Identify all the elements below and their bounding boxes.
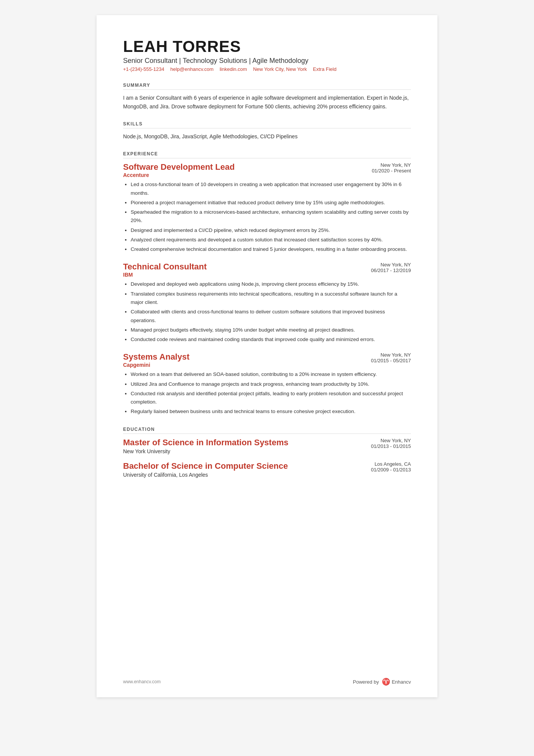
experience-item-3: Systems Analyst Capgemini New York, NY 0… [123,352,411,416]
edu-right-2: Los Angeles, CA 01/2009 - 01/2013 [371,461,411,473]
phone: +1-(234)-555-1234 [123,66,164,72]
resume-page: LEAH TORRES Senior Consultant | Technolo… [97,15,437,697]
exp-header-2: Technical Consultant IBM New York, NY 06… [123,262,411,278]
skills-title: SKILLS [123,121,411,128]
location: New York City, New York [253,66,307,72]
brand-name: Enhancv [392,679,411,685]
education-title: EDUCATION [123,427,411,434]
skills-text: Node.js, MongoDB, Jira, JavaScript, Agil… [123,132,411,141]
exp-title-3: Systems Analyst [123,352,189,362]
candidate-name: LEAH TORRES [123,38,411,55]
enhancv-logo: ♈ Enhancv [382,678,411,686]
experience-item-1: Software Development Lead Accenture New … [123,162,411,254]
bullet-2-2: Translated complex business requirements… [131,290,411,307]
exp-left-2: Technical Consultant IBM [123,262,207,278]
bullet-1-5: Analyzed client requirements and develop… [131,236,411,244]
linkedin[interactable]: linkedin.com [220,66,247,72]
bullet-2-4: Managed project budgets effectively, sta… [131,326,411,334]
exp-right-2: New York, NY 06/2017 - 12/2019 [371,262,411,273]
bullet-2-3: Collaborated with clients and cross-func… [131,308,411,325]
exp-title-1: Software Development Lead [123,162,235,172]
summary-section: SUMMARY I am a Senior Consultant with 6 … [123,83,411,111]
exp-bullets-2: Developed and deployed web applications … [123,280,411,344]
edu-degree-2: Bachelor of Science in Computer Science [123,461,288,471]
extra-field: Extra Field [313,66,336,72]
experience-title: EXPERIENCE [123,151,411,158]
exp-title-2: Technical Consultant [123,262,207,272]
edu-right-1: New York, NY 01/2013 - 01/2015 [371,438,411,449]
edu-location-1: New York, NY [371,438,411,443]
bullet-3-4: Regularly liaised between business units… [131,407,411,416]
exp-location-1: New York, NY [372,162,411,168]
footer-brand: Powered by ♈ Enhancv [353,678,411,686]
bullet-1-3: Spearheaded the migration to a microserv… [131,208,411,225]
edu-school-2: University of California, Los Angeles [123,472,288,478]
edu-left-2: Bachelor of Science in Computer Science … [123,461,288,478]
powered-by-label: Powered by [353,679,379,685]
exp-date-1: 01/2020 - Present [372,168,411,174]
bullet-3-1: Worked on a team that delivered an SOA-b… [131,370,411,379]
edu-school-1: New York University [123,448,288,454]
edu-date-2: 01/2009 - 01/2013 [371,467,411,473]
exp-bullets-1: Led a cross-functional team of 10 develo… [123,180,411,254]
bullet-1-2: Pioneered a project management initiativ… [131,199,411,207]
edu-left-1: Master of Science in Information Systems… [123,438,288,454]
exp-date-3: 01/2015 - 05/2017 [371,358,411,363]
edu-date-1: 01/2013 - 01/2015 [371,443,411,449]
bullet-3-2: Utilized Jira and Confluence to manage p… [131,380,411,388]
footer: www.enhancv.com Powered by ♈ Enhancv [123,678,411,686]
bullet-1-4: Designed and implemented a CI/CD pipelin… [131,226,411,235]
exp-date-2: 06/2017 - 12/2019 [371,268,411,273]
exp-location-3: New York, NY [371,352,411,358]
edu-header-1: Master of Science in Information Systems… [123,438,411,454]
edu-degree-1: Master of Science in Information Systems [123,438,288,448]
education-item-2: Bachelor of Science in Computer Science … [123,461,411,478]
exp-bullets-3: Worked on a team that delivered an SOA-b… [123,370,411,416]
edu-header-2: Bachelor of Science in Computer Science … [123,461,411,478]
bullet-2-5: Conducted code reviews and maintained co… [131,335,411,344]
exp-left-3: Systems Analyst Capgemini [123,352,189,368]
header: LEAH TORRES Senior Consultant | Technolo… [123,38,411,72]
exp-header-3: Systems Analyst Capgemini New York, NY 0… [123,352,411,368]
candidate-title: Senior Consultant | Technology Solutions… [123,57,411,65]
exp-company-3: Capgemini [123,362,189,368]
contact-info: +1-(234)-555-1234 help@enhancv.com linke… [123,66,411,72]
bullet-1-1: Led a cross-functional team of 10 develo… [131,180,411,197]
edu-location-2: Los Angeles, CA [371,461,411,467]
bullet-2-1: Developed and deployed web applications … [131,280,411,288]
exp-right-1: New York, NY 01/2020 - Present [372,162,411,174]
bullet-3-3: Conducted risk analysis and identified p… [131,390,411,407]
exp-right-3: New York, NY 01/2015 - 05/2017 [371,352,411,363]
footer-website: www.enhancv.com [123,679,161,684]
experience-item-2: Technical Consultant IBM New York, NY 06… [123,262,411,344]
bullet-1-6: Created comprehensive technical document… [131,245,411,254]
skills-section: SKILLS Node.js, MongoDB, Jira, JavaScrip… [123,121,411,141]
education-item-1: Master of Science in Information Systems… [123,438,411,454]
summary-title: SUMMARY [123,83,411,90]
exp-location-2: New York, NY [371,262,411,268]
exp-company-2: IBM [123,272,207,278]
exp-company-1: Accenture [123,172,235,178]
exp-left-1: Software Development Lead Accenture [123,162,235,178]
enhancv-icon: ♈ [382,678,390,686]
education-section: EDUCATION Master of Science in Informati… [123,427,411,478]
exp-header-1: Software Development Lead Accenture New … [123,162,411,178]
experience-section: EXPERIENCE Software Development Lead Acc… [123,151,411,416]
summary-text: I am a Senior Consultant with 6 years of… [123,94,411,111]
email[interactable]: help@enhancv.com [170,66,214,72]
